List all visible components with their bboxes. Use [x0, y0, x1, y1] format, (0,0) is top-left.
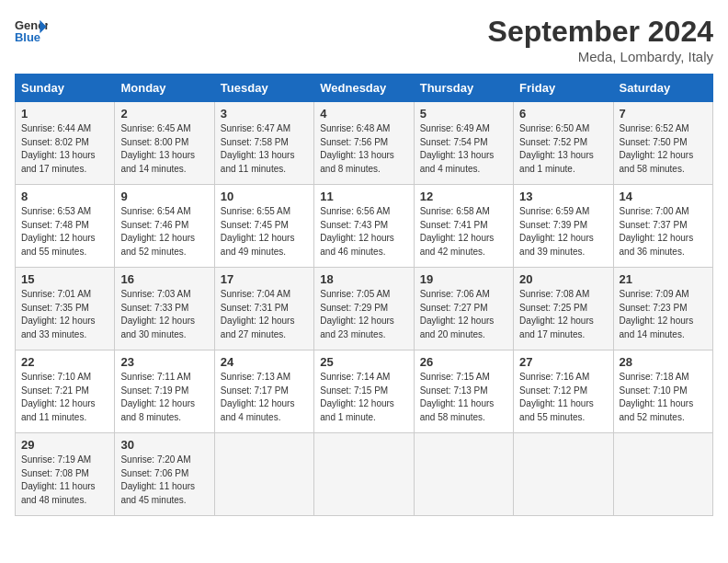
calendar-cell	[514, 433, 613, 516]
calendar-cell: 3Sunrise: 6:47 AMSunset: 7:58 PMDaylight…	[214, 102, 313, 185]
page-header: General Blue September 2024 Meda, Lombar…	[15, 15, 713, 64]
day-number: 9	[120, 190, 208, 203]
day-info: Sunrise: 6:45 AMSunset: 8:00 PMDaylight:…	[120, 122, 208, 176]
calendar-cell: 11Sunrise: 6:56 AMSunset: 7:43 PMDayligh…	[314, 185, 414, 268]
day-info: Sunrise: 6:59 AMSunset: 7:39 PMDaylight:…	[519, 205, 607, 259]
day-info: Sunrise: 7:00 AMSunset: 7:37 PMDaylight:…	[620, 205, 707, 259]
day-number: 13	[519, 190, 607, 203]
calendar-cell: 8Sunrise: 6:53 AMSunset: 7:48 PMDaylight…	[16, 185, 115, 268]
calendar-cell: 5Sunrise: 6:49 AMSunset: 7:54 PMDaylight…	[414, 102, 513, 185]
calendar-cell: 29Sunrise: 7:19 AMSunset: 7:08 PMDayligh…	[16, 433, 115, 516]
day-number: 23	[120, 355, 208, 369]
day-info: Sunrise: 7:15 AMSunset: 7:13 PMDaylight:…	[420, 371, 507, 424]
day-number: 29	[21, 438, 108, 452]
day-number: 17	[221, 272, 308, 286]
day-number: 12	[420, 190, 507, 203]
header-saturday: Saturday	[613, 75, 712, 102]
header-row: SundayMondayTuesdayWednesdayThursdayFrid…	[16, 75, 713, 102]
day-info: Sunrise: 7:01 AMSunset: 7:35 PMDaylight:…	[21, 288, 108, 341]
svg-text:Blue: Blue	[15, 30, 40, 44]
day-info: Sunrise: 7:08 AMSunset: 7:25 PMDaylight:…	[519, 288, 607, 341]
header-friday: Friday	[514, 75, 613, 102]
calendar-cell: 30Sunrise: 7:20 AMSunset: 7:06 PMDayligh…	[115, 433, 214, 516]
day-number: 22	[21, 355, 108, 369]
calendar-cell: 6Sunrise: 6:50 AMSunset: 7:52 PMDaylight…	[514, 102, 613, 185]
day-info: Sunrise: 6:48 AMSunset: 7:56 PMDaylight:…	[320, 122, 407, 176]
day-info: Sunrise: 7:06 AMSunset: 7:27 PMDaylight:…	[420, 288, 507, 341]
logo: General Blue	[15, 15, 48, 48]
day-info: Sunrise: 6:58 AMSunset: 7:41 PMDaylight:…	[420, 205, 507, 259]
day-info: Sunrise: 7:20 AMSunset: 7:06 PMDaylight:…	[120, 454, 208, 507]
header-monday: Monday	[115, 75, 214, 102]
day-number: 5	[420, 107, 507, 121]
calendar-cell: 15Sunrise: 7:01 AMSunset: 7:35 PMDayligh…	[16, 268, 115, 350]
day-info: Sunrise: 6:47 AMSunset: 7:58 PMDaylight:…	[221, 122, 308, 176]
day-number: 7	[620, 107, 707, 121]
week-row-1: 1Sunrise: 6:44 AMSunset: 8:02 PMDaylight…	[16, 102, 713, 185]
day-number: 20	[519, 272, 607, 286]
calendar-cell: 4Sunrise: 6:48 AMSunset: 7:56 PMDaylight…	[314, 102, 414, 185]
header-tuesday: Tuesday	[214, 75, 313, 102]
calendar-cell: 16Sunrise: 7:03 AMSunset: 7:33 PMDayligh…	[115, 268, 214, 350]
calendar-cell: 17Sunrise: 7:04 AMSunset: 7:31 PMDayligh…	[214, 268, 313, 350]
day-number: 8	[21, 190, 108, 203]
week-row-5: 29Sunrise: 7:19 AMSunset: 7:08 PMDayligh…	[16, 433, 713, 516]
day-number: 19	[420, 272, 507, 286]
day-info: Sunrise: 7:04 AMSunset: 7:31 PMDaylight:…	[221, 288, 308, 341]
calendar-cell	[613, 433, 712, 516]
day-info: Sunrise: 6:50 AMSunset: 7:52 PMDaylight:…	[519, 122, 607, 176]
calendar-cell	[414, 433, 513, 516]
week-row-4: 22Sunrise: 7:10 AMSunset: 7:21 PMDayligh…	[16, 350, 713, 433]
day-info: Sunrise: 6:56 AMSunset: 7:43 PMDaylight:…	[320, 205, 407, 259]
calendar-cell: 2Sunrise: 6:45 AMSunset: 8:00 PMDaylight…	[115, 102, 214, 185]
calendar-cell: 7Sunrise: 6:52 AMSunset: 7:50 PMDaylight…	[613, 102, 712, 185]
day-info: Sunrise: 7:13 AMSunset: 7:17 PMDaylight:…	[221, 371, 308, 424]
week-row-2: 8Sunrise: 6:53 AMSunset: 7:48 PMDaylight…	[16, 185, 713, 268]
day-number: 24	[221, 355, 308, 369]
location: Meda, Lombardy, Italy	[488, 49, 713, 64]
day-number: 28	[620, 355, 707, 369]
calendar-cell: 24Sunrise: 7:13 AMSunset: 7:17 PMDayligh…	[214, 350, 313, 433]
calendar-cell: 27Sunrise: 7:16 AMSunset: 7:12 PMDayligh…	[514, 350, 613, 433]
calendar-cell: 28Sunrise: 7:18 AMSunset: 7:10 PMDayligh…	[613, 350, 712, 433]
calendar-cell: 20Sunrise: 7:08 AMSunset: 7:25 PMDayligh…	[514, 268, 613, 350]
logo-icon: General Blue	[15, 15, 48, 48]
day-info: Sunrise: 7:19 AMSunset: 7:08 PMDaylight:…	[21, 454, 108, 507]
day-number: 1	[21, 107, 108, 121]
calendar-cell	[214, 433, 313, 516]
day-info: Sunrise: 6:53 AMSunset: 7:48 PMDaylight:…	[21, 205, 108, 259]
header-wednesday: Wednesday	[314, 75, 414, 102]
day-info: Sunrise: 7:11 AMSunset: 7:19 PMDaylight:…	[120, 371, 208, 424]
day-info: Sunrise: 7:10 AMSunset: 7:21 PMDaylight:…	[21, 371, 108, 424]
day-info: Sunrise: 7:09 AMSunset: 7:23 PMDaylight:…	[620, 288, 707, 341]
day-info: Sunrise: 7:05 AMSunset: 7:29 PMDaylight:…	[320, 288, 407, 341]
calendar-cell: 25Sunrise: 7:14 AMSunset: 7:15 PMDayligh…	[314, 350, 414, 433]
day-number: 30	[120, 438, 208, 452]
day-number: 14	[620, 190, 707, 203]
calendar-cell: 21Sunrise: 7:09 AMSunset: 7:23 PMDayligh…	[613, 268, 712, 350]
calendar-cell: 22Sunrise: 7:10 AMSunset: 7:21 PMDayligh…	[16, 350, 115, 433]
calendar-cell: 19Sunrise: 7:06 AMSunset: 7:27 PMDayligh…	[414, 268, 513, 350]
month-title: September 2024	[488, 15, 713, 49]
week-row-3: 15Sunrise: 7:01 AMSunset: 7:35 PMDayligh…	[16, 268, 713, 350]
day-number: 4	[320, 107, 407, 121]
calendar-cell: 14Sunrise: 7:00 AMSunset: 7:37 PMDayligh…	[613, 185, 712, 268]
calendar-cell: 10Sunrise: 6:55 AMSunset: 7:45 PMDayligh…	[214, 185, 313, 268]
day-info: Sunrise: 6:44 AMSunset: 8:02 PMDaylight:…	[21, 122, 108, 176]
day-number: 15	[21, 272, 108, 286]
day-info: Sunrise: 6:52 AMSunset: 7:50 PMDaylight:…	[620, 122, 707, 176]
calendar-table: SundayMondayTuesdayWednesdayThursdayFrid…	[15, 74, 713, 516]
calendar-cell: 26Sunrise: 7:15 AMSunset: 7:13 PMDayligh…	[414, 350, 513, 433]
calendar-cell: 12Sunrise: 6:58 AMSunset: 7:41 PMDayligh…	[414, 185, 513, 268]
day-number: 21	[620, 272, 707, 286]
calendar-cell: 13Sunrise: 6:59 AMSunset: 7:39 PMDayligh…	[514, 185, 613, 268]
day-number: 2	[120, 107, 208, 121]
day-info: Sunrise: 7:18 AMSunset: 7:10 PMDaylight:…	[620, 371, 707, 424]
day-number: 26	[420, 355, 507, 369]
title-section: September 2024 Meda, Lombardy, Italy	[488, 15, 713, 64]
header-thursday: Thursday	[414, 75, 513, 102]
day-info: Sunrise: 6:49 AMSunset: 7:54 PMDaylight:…	[420, 122, 507, 176]
day-number: 25	[320, 355, 407, 369]
calendar-cell	[314, 433, 414, 516]
day-number: 6	[519, 107, 607, 121]
